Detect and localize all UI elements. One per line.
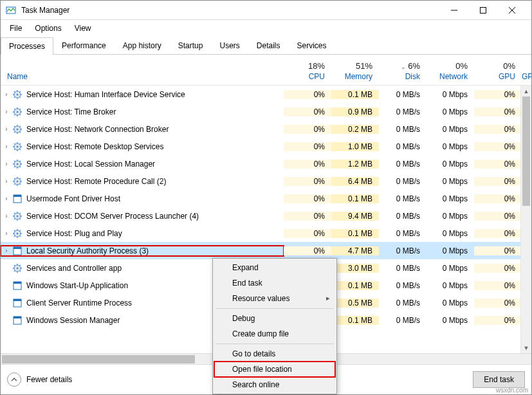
ctx-end-task[interactable]: End task: [214, 275, 335, 291]
menu-file[interactable]: File: [3, 21, 28, 35]
expand-chevron-icon[interactable]: ›: [1, 195, 12, 202]
expand-chevron-icon[interactable]: ›: [1, 160, 12, 167]
ctx-resource-values[interactable]: Resource values: [214, 291, 335, 306]
cell-mem: 0.1 MB: [331, 281, 379, 290]
tab-services[interactable]: Services: [289, 37, 335, 54]
column-network[interactable]: 0% Network: [427, 59, 474, 85]
expand-chevron-icon[interactable]: ›: [1, 91, 12, 98]
process-row[interactable]: ›Service Host: DCOM Server Process Launc…: [1, 207, 531, 225]
cell-gpu: 0%: [474, 194, 522, 203]
end-task-button[interactable]: End task: [473, 371, 525, 388]
cell-gpu: 0%: [474, 264, 522, 273]
process-name: Service Host: Network Connection Broker: [26, 125, 169, 134]
ctx-go-to-details[interactable]: Go to details: [214, 346, 335, 362]
svg-line-61: [14, 178, 15, 179]
svg-line-21: [14, 109, 15, 110]
cell-disk: 0 MB/s: [379, 125, 427, 134]
svg-rect-102: [14, 299, 21, 301]
tab-details[interactable]: Details: [248, 37, 289, 54]
svg-point-26: [17, 128, 19, 130]
expand-chevron-icon[interactable]: ›: [1, 178, 12, 185]
svg-rect-104: [14, 317, 21, 318]
process-row[interactable]: ›Service Host: Local Session Manager0%1.…: [1, 155, 531, 172]
tab-app-history[interactable]: App history: [115, 37, 170, 54]
svg-line-41: [14, 143, 15, 145]
column-gpu-engine[interactable]: GPU Eng: [522, 69, 532, 85]
column-memory[interactable]: 51% Memory: [331, 59, 379, 85]
scroll-down-icon[interactable]: ▼: [521, 342, 531, 353]
cell-mem: 9.4 MB: [331, 212, 379, 221]
expand-chevron-icon[interactable]: ›: [1, 230, 12, 237]
column-cpu[interactable]: 18% CPU: [284, 59, 331, 85]
svg-point-16: [17, 111, 19, 113]
cell-net: 0 Mbps: [427, 160, 474, 169]
cell-cpu: 0%: [284, 90, 331, 99]
column-name[interactable]: Name: [1, 69, 284, 85]
window-title: Task Manager: [21, 6, 439, 15]
process-name: Services and Controller app: [26, 264, 122, 273]
expand-chevron-icon[interactable]: ›: [1, 143, 12, 150]
svg-line-32: [20, 131, 21, 133]
svg-rect-100: [14, 282, 21, 284]
hscroll-thumb[interactable]: [2, 355, 195, 363]
expand-chevron-icon[interactable]: ›: [1, 247, 12, 254]
memory-percent: 51%: [331, 61, 372, 71]
app-icon: [12, 246, 23, 256]
menu-view[interactable]: View: [68, 21, 98, 35]
process-row[interactable]: ›Local Security Authority Process (3)0%4…: [1, 242, 531, 259]
maximize-button[interactable]: [468, 1, 497, 19]
svg-line-95: [14, 265, 15, 266]
ctx-search-online[interactable]: Search online: [214, 377, 335, 392]
disk-percent: 6%: [408, 61, 420, 71]
svg-line-42: [20, 149, 21, 150]
minimize-button[interactable]: [439, 1, 468, 19]
ctx-debug[interactable]: Debug: [214, 311, 335, 326]
column-gpu[interactable]: 0% GPU: [474, 59, 522, 85]
svg-line-11: [14, 91, 15, 93]
cell-net: 0 Mbps: [427, 316, 474, 325]
cell-net: 0 Mbps: [427, 142, 474, 151]
cell-cpu: 0%: [284, 194, 331, 203]
svg-point-46: [17, 163, 19, 165]
tab-processes[interactable]: Processes: [1, 37, 53, 55]
titlebar: Task Manager: [1, 1, 531, 20]
cell-mem: 0.1 MB: [331, 90, 379, 99]
process-name: Service Host: Local Session Manager: [26, 160, 155, 169]
tab-users[interactable]: Users: [211, 37, 248, 54]
expand-chevron-icon[interactable]: ›: [1, 108, 12, 115]
process-row[interactable]: ›Usermode Font Driver Host0%0.1 MB0 MB/s…: [1, 190, 531, 207]
tab-performance[interactable]: Performance: [53, 37, 115, 54]
ctx-create-dump[interactable]: Create dump file: [214, 326, 335, 342]
process-row[interactable]: ›Service Host: Remote Procedure Call (2)…: [1, 172, 531, 190]
cell-cpu: 0%: [284, 246, 331, 255]
cell-disk: 0 MB/s: [379, 264, 427, 273]
expand-chevron-icon[interactable]: ›: [1, 125, 12, 133]
column-disk[interactable]: ⌄6% Disk: [379, 59, 427, 85]
menu-options[interactable]: Options: [28, 21, 68, 35]
scroll-thumb[interactable]: [522, 96, 530, 206]
ctx-expand[interactable]: Expand: [214, 260, 335, 275]
gear-icon: [12, 159, 23, 169]
process-name: Usermode Font Driver Host: [26, 194, 120, 203]
ctx-open-file-location[interactable]: Open file location: [214, 362, 335, 377]
process-row[interactable]: ›Service Host: Network Connection Broker…: [1, 120, 531, 138]
process-row[interactable]: ›Service Host: Time Broker0%0.9 MB0 MB/s…: [1, 103, 531, 120]
vertical-scrollbar[interactable]: ▲ ▼: [520, 86, 531, 353]
svg-point-68: [17, 215, 19, 217]
app-icon: [12, 280, 23, 291]
process-row[interactable]: ›Service Host: Human Interface Device Se…: [1, 86, 531, 103]
cell-cpu: 0%: [284, 107, 331, 116]
process-row[interactable]: ›Service Host: Remote Desktop Services0%…: [1, 138, 531, 155]
cell-cpu: 0%: [284, 177, 331, 186]
process-row[interactable]: ›Service Host: Plug and Play0%0.1 MB0 MB…: [1, 225, 531, 242]
gear-icon: [12, 142, 23, 152]
cell-gpu: 0%: [474, 281, 522, 290]
process-name: Service Host: Plug and Play: [26, 229, 122, 238]
close-button[interactable]: [497, 1, 526, 19]
expand-chevron-icon[interactable]: ›: [1, 212, 12, 219]
svg-line-62: [20, 183, 21, 185]
gear-icon: [12, 228, 23, 239]
tab-startup[interactable]: Startup: [170, 37, 212, 54]
svg-line-23: [20, 109, 21, 110]
scroll-up-icon[interactable]: ▲: [521, 86, 531, 96]
